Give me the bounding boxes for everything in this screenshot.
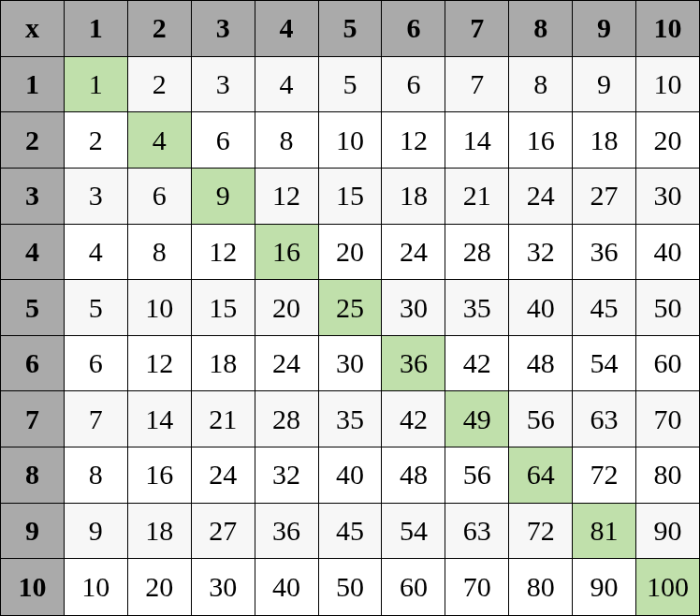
- table-cell: 56: [509, 391, 573, 447]
- table-cell: 6: [65, 336, 128, 392]
- row-header: 2: [1, 112, 65, 169]
- table-cell: 15: [192, 280, 255, 336]
- table-cell: 45: [573, 280, 636, 336]
- col-header: 8: [509, 1, 573, 57]
- table-cell: 24: [382, 225, 445, 281]
- table-cell: 36: [573, 225, 636, 281]
- table-cell: 2: [128, 57, 192, 113]
- table-cell: 30: [382, 280, 445, 336]
- table-cell: 72: [509, 504, 573, 560]
- table-cell: 20: [255, 280, 319, 336]
- row-header: 6: [1, 336, 65, 392]
- table-cell: 4: [65, 225, 128, 281]
- table-cell: 18: [573, 112, 636, 169]
- table-cell: 2: [65, 112, 128, 169]
- table-cell: 63: [445, 504, 509, 560]
- table-cell: 3: [192, 57, 255, 113]
- table-cell: 14: [445, 112, 509, 169]
- table-cell: 7: [65, 391, 128, 447]
- table-cell: 7: [445, 57, 509, 113]
- table-cell: 20: [319, 225, 383, 281]
- table-cell: 28: [255, 391, 319, 447]
- table-cell: 81: [573, 504, 636, 560]
- table-cell: 27: [573, 169, 636, 225]
- table-cell: 70: [636, 391, 699, 447]
- table-cell: 6: [382, 57, 445, 113]
- table-cell: 40: [636, 225, 699, 281]
- table-row: 7 7 14 21 28 35 42 49 56 63 70: [1, 391, 699, 447]
- table-cell: 18: [128, 504, 192, 560]
- table-row: 6 6 12 18 24 30 36 42 48 54 60: [1, 336, 699, 392]
- table-cell: 36: [255, 504, 319, 560]
- table-cell: 16: [255, 225, 319, 281]
- table-cell: 16: [509, 112, 573, 169]
- row-header: 1: [1, 57, 65, 113]
- table-cell: 8: [65, 447, 128, 504]
- table-cell: 24: [255, 336, 319, 392]
- table-cell: 63: [573, 391, 636, 447]
- row-header: 8: [1, 447, 65, 504]
- table-cell: 15: [319, 169, 383, 225]
- col-header: 10: [636, 1, 699, 57]
- table-cell: 10: [128, 280, 192, 336]
- table-cell: 12: [128, 336, 192, 392]
- table-row: 2 2 4 6 8 10 12 14 16 18 20: [1, 112, 699, 169]
- table-cell: 56: [445, 447, 509, 504]
- table-cell: 30: [636, 169, 699, 225]
- table-cell: 24: [192, 447, 255, 504]
- table-cell: 3: [65, 169, 128, 225]
- table-cell: 30: [192, 559, 255, 615]
- table-cell: 10: [319, 112, 383, 169]
- table-cell: 40: [255, 559, 319, 615]
- table-cell: 32: [509, 225, 573, 281]
- table-cell: 28: [445, 225, 509, 281]
- row-header: 5: [1, 280, 65, 336]
- table-cell: 45: [319, 504, 383, 560]
- table-cell: 8: [128, 225, 192, 281]
- table-cell: 5: [319, 57, 383, 113]
- table-row: 1 1 2 3 4 5 6 7 8 9 10: [1, 57, 699, 113]
- table-cell: 35: [319, 391, 383, 447]
- table-cell: 32: [255, 447, 319, 504]
- table-cell: 9: [65, 504, 128, 560]
- table-cell: 48: [509, 336, 573, 392]
- table-cell: 40: [319, 447, 383, 504]
- table-cell: 42: [445, 336, 509, 392]
- table-cell: 9: [573, 57, 636, 113]
- table-cell: 30: [319, 336, 383, 392]
- table-cell: 25: [319, 280, 383, 336]
- table-cell: 100: [636, 559, 699, 615]
- table-cell: 36: [382, 336, 445, 392]
- col-header: 3: [192, 1, 255, 57]
- table-cell: 60: [636, 336, 699, 392]
- row-header: 7: [1, 391, 65, 447]
- row-header: 4: [1, 225, 65, 281]
- table-cell: 54: [573, 336, 636, 392]
- table-cell: 90: [636, 504, 699, 560]
- table-cell: 6: [128, 169, 192, 225]
- table-cell: 12: [192, 225, 255, 281]
- table-cell: 80: [636, 447, 699, 504]
- table-cell: 35: [445, 280, 509, 336]
- table-cell: 90: [573, 559, 636, 615]
- table-row: 5 5 10 15 20 25 30 35 40 45 50: [1, 280, 699, 336]
- table-row: 3 3 6 9 12 15 18 21 24 27 30: [1, 169, 699, 225]
- table-cell: 27: [192, 504, 255, 560]
- row-header: 3: [1, 169, 65, 225]
- multiplication-table: x 1 2 3 4 5 6 7 8 9 10 1 1 2 3 4 5 6 7 8…: [0, 0, 700, 616]
- table-cell: 10: [65, 559, 128, 615]
- table-cell: 18: [382, 169, 445, 225]
- row-header: 10: [1, 559, 65, 615]
- table-row: 10 10 20 30 40 50 60 70 80 90 100: [1, 559, 699, 615]
- table-cell: 70: [445, 559, 509, 615]
- table-cell: 4: [255, 57, 319, 113]
- table-cell: 12: [255, 169, 319, 225]
- table-cell: 10: [636, 57, 699, 113]
- table-cell: 48: [382, 447, 445, 504]
- table-cell: 4: [128, 112, 192, 169]
- col-header: 6: [382, 1, 445, 57]
- table-cell: 54: [382, 504, 445, 560]
- table-cell: 80: [509, 559, 573, 615]
- table-cell: 49: [445, 391, 509, 447]
- table-cell: 50: [636, 280, 699, 336]
